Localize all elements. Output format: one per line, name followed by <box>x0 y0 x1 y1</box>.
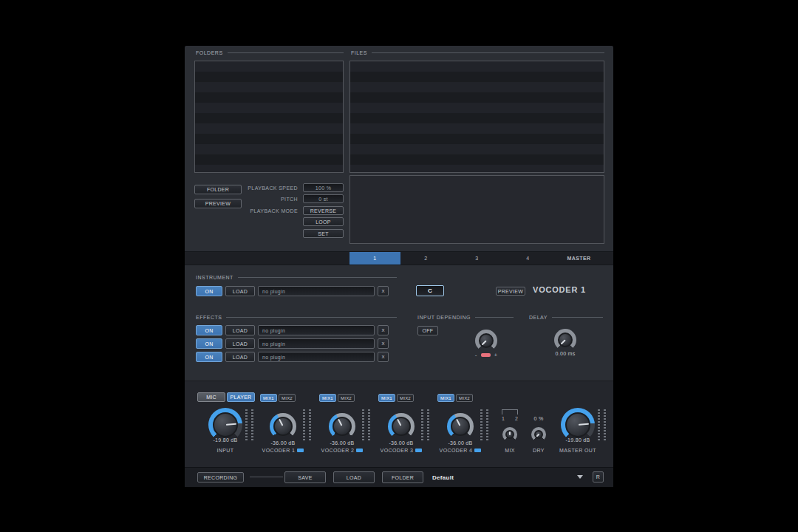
recording-button[interactable]: RECORDING <box>197 472 244 482</box>
tab-3[interactable]: 3 <box>451 252 502 265</box>
set-button[interactable]: SET <box>303 229 344 238</box>
dry-knob[interactable] <box>531 427 546 442</box>
input-level-meter <box>245 409 253 440</box>
vocoder-1-mix1-button[interactable]: MIX1 <box>260 394 277 402</box>
instrument-load-button[interactable]: LOAD <box>225 286 255 296</box>
mix-tick-1: 1 <box>502 416 505 421</box>
tab-1[interactable]: 1 <box>349 252 400 265</box>
master-out-value: -19.80 dB <box>548 437 607 443</box>
mix-channel-label: MIX <box>495 448 525 453</box>
loop-button[interactable]: LOOP <box>303 217 344 226</box>
player-button[interactable]: PLAYER <box>227 392 255 402</box>
preset-name: Default <box>432 474 454 481</box>
vocoder-2-channel-label-row: VOCODER 2 <box>313 448 372 453</box>
delay-section-header: DELAY <box>529 313 603 321</box>
instrument-label: INSTRUMENT <box>196 275 233 280</box>
r-button[interactable]: R <box>593 471 604 482</box>
key-selector[interactable]: C <box>416 285 444 296</box>
preset-folder-button[interactable]: FOLDER <box>382 471 423 483</box>
input-depending-range: - + <box>464 352 508 358</box>
tab-4[interactable]: 4 <box>502 252 553 265</box>
instrument-plugin-field[interactable]: no plugin <box>258 286 375 296</box>
mix-knob[interactable] <box>502 427 517 442</box>
delay-knob[interactable] <box>554 329 576 351</box>
effect-3-remove-button[interactable]: X <box>378 352 389 362</box>
input-depending-knob[interactable] <box>475 330 497 352</box>
folders-list[interactable] <box>194 61 344 173</box>
input-depending-off-button[interactable]: OFF <box>417 326 438 335</box>
folders-label: FOLDERS <box>196 50 223 55</box>
preset-save-button[interactable]: SAVE <box>284 471 326 483</box>
effect-3-on-button[interactable]: ON <box>196 352 222 362</box>
vocoder-4-gain-value: -36.00 dB <box>431 440 490 446</box>
footer-bar: RECORDING SAVE LOAD FOLDER Default R <box>185 467 613 487</box>
mic-button[interactable]: MIC <box>197 392 225 402</box>
vocoder-4-mix1-button[interactable]: MIX1 <box>437 394 454 402</box>
mix-bracket <box>502 409 518 415</box>
preset-load-button[interactable]: LOAD <box>333 471 375 483</box>
vocoder-4-led <box>474 449 481 452</box>
tab-bar: 1 2 3 4 MASTER <box>185 251 613 265</box>
vocoder-4-gain-knob[interactable] <box>447 413 474 440</box>
tab-2[interactable]: 2 <box>400 252 451 265</box>
effect-2-remove-button[interactable]: X <box>378 338 389 349</box>
tab-master[interactable]: MASTER <box>553 252 604 265</box>
playback-speed-value[interactable]: 100 % <box>303 183 344 192</box>
page-title: VOCODER 1 <box>533 285 586 294</box>
vocoder-1-channel-label-row: VOCODER 1 <box>253 448 313 453</box>
vocoder-3-level-meter <box>421 409 429 440</box>
vocoder-2-led <box>356 449 363 452</box>
vocoder-2-level-meter <box>362 409 370 440</box>
vocoder-3-gain-knob[interactable] <box>388 413 415 440</box>
dry-value: 0 % <box>524 416 553 421</box>
reverse-button[interactable]: REVERSE <box>303 206 344 215</box>
effects-section-header: EFFECTS <box>196 313 397 321</box>
effect-2-load-button[interactable]: LOAD <box>225 338 255 349</box>
files-label: FILES <box>351 50 367 55</box>
vocoder-3-led <box>415 449 422 452</box>
files-list[interactable] <box>349 61 604 173</box>
instrument-section-header: INSTRUMENT <box>196 273 397 281</box>
effect-2-on-button[interactable]: ON <box>196 338 222 349</box>
vocoder-4-channel-label-row: VOCODER 4 <box>431 448 490 453</box>
vocoder-2-gain-knob[interactable] <box>329 413 355 440</box>
vocoder-3-gain-value: -36.00 dB <box>372 440 431 446</box>
mix-ticks: 1 2 <box>502 416 518 421</box>
vocoder-1-level-meter <box>303 409 311 440</box>
input-depending-label: INPUT DEPENDING <box>417 315 471 320</box>
vocoder-2-mix2-button[interactable]: MIX2 <box>338 394 355 402</box>
delay-label: DELAY <box>529 315 548 320</box>
minus-label: - <box>475 352 477 358</box>
effect-1-plugin-field[interactable]: no plugin <box>258 325 375 335</box>
pitch-value[interactable]: 0 st <box>303 194 344 203</box>
effect-1-on-button[interactable]: ON <box>196 325 222 335</box>
depending-indicator <box>481 353 491 357</box>
vocoder-4-level-meter <box>480 409 488 440</box>
effect-3-plugin-field[interactable]: no plugin <box>258 352 375 362</box>
effect-2-plugin-field[interactable]: no plugin <box>258 338 375 349</box>
mixer-section: MIC PLAYER MIX1 MIX2 MIX1 MIX2 MIX1 MIX2… <box>185 381 613 468</box>
instrument-on-button[interactable]: ON <box>196 286 222 296</box>
playback-speed-label: PLAYBACK SPEED <box>248 185 298 191</box>
vocoder-2-channel-label: VOCODER 2 <box>321 448 355 453</box>
vocoder-3-mix1-button[interactable]: MIX1 <box>378 394 395 402</box>
delay-time-value: 0.00 ms <box>543 351 587 356</box>
vocoder-2-mix1-button[interactable]: MIX1 <box>319 394 336 402</box>
plus-label: + <box>494 352 498 358</box>
vocoder-3-mix2-button[interactable]: MIX2 <box>397 394 414 402</box>
browse-preview-button[interactable]: PREVIEW <box>194 199 242 208</box>
preset-dropdown[interactable]: Default <box>432 470 589 485</box>
vocoder-1-mix2-button[interactable]: MIX2 <box>279 394 296 402</box>
instrument-remove-button[interactable]: X <box>378 286 389 296</box>
vocoder-3-channel-label: VOCODER 3 <box>381 448 414 453</box>
vocoder-plugin-window: FOLDERS FILES FOLDER PREVIEW PLAYBACK SP… <box>185 46 613 486</box>
effect-3-load-button[interactable]: LOAD <box>225 352 255 362</box>
vocoder-1-gain-knob[interactable] <box>270 413 296 440</box>
effects-label: EFFECTS <box>196 315 222 320</box>
vocoder-preview-button[interactable]: PREVIEW <box>496 287 525 296</box>
vocoder-1-channel-label: VOCODER 1 <box>262 448 296 453</box>
effect-1-load-button[interactable]: LOAD <box>225 325 255 335</box>
browse-folder-button[interactable]: FOLDER <box>194 185 242 194</box>
vocoder-4-mix2-button[interactable]: MIX2 <box>456 394 473 402</box>
effect-1-remove-button[interactable]: X <box>378 325 389 335</box>
